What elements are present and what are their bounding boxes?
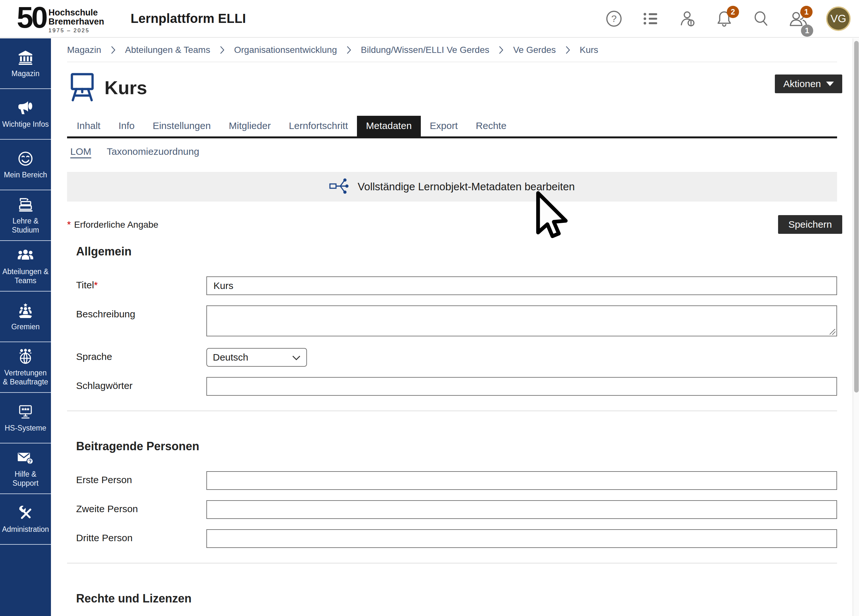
tab-export[interactable]: Export — [421, 116, 467, 136]
sidebar-item-hilfe-support[interactable]: ? Hilfe & Support — [0, 444, 51, 494]
page-title: Kurs — [105, 77, 147, 98]
breadcrumb-link[interactable]: Magazin — [67, 45, 101, 55]
tab-mitglieder[interactable]: Mitglieder — [220, 116, 280, 136]
field-label-titel: Titel* — [67, 277, 206, 295]
section-heading-beitragende: Beitragende Personen — [76, 439, 837, 453]
subtab-taxonomiezuordnung[interactable]: Taxonomiezuordnung — [107, 146, 199, 157]
books-icon — [17, 196, 34, 213]
tab-metadaten[interactable]: Metadaten — [357, 116, 421, 136]
erste-person-input[interactable] — [206, 471, 837, 490]
share-nodes-icon — [329, 178, 349, 196]
field-label-beschreibung: Beschreibung — [67, 305, 206, 338]
chevron-right-icon — [347, 46, 351, 54]
sidebar-item-magazin[interactable]: Magazin — [0, 38, 51, 89]
todo-list-button[interactable] — [642, 10, 659, 27]
person-alert-icon — [679, 10, 696, 27]
sidebar-item-label: HS-Systeme — [5, 424, 46, 433]
tab-bar: Inhalt Info Einstellungen Mitglieder Ler… — [67, 116, 837, 138]
university-logo: 50 Hochschule Bremerhaven 1975 – 2025 — [17, 3, 104, 34]
help-button[interactable]: ? — [606, 10, 622, 27]
section-divider — [67, 563, 837, 563]
dritte-person-input[interactable] — [206, 529, 837, 548]
breadcrumb-link[interactable]: Organisationsentwicklung — [234, 45, 337, 55]
notifications-button[interactable]: 2 — [716, 10, 732, 27]
edit-full-metadata-banner[interactable]: Vollständige Lernobjekt-Metadaten bearbe… — [67, 172, 837, 202]
tools-icon — [17, 505, 34, 522]
logo-years: 1975 – 2025 — [48, 27, 104, 34]
logo-text: Hochschule Bremerhaven 1975 – 2025 — [48, 8, 104, 34]
mail-help-icon: ? — [17, 450, 34, 466]
list-icon — [642, 10, 659, 27]
actions-button[interactable]: Aktionen — [775, 75, 842, 93]
scrollbar-thumb[interactable] — [854, 41, 859, 392]
sidebar-item-vertretungen-beauftragte[interactable]: Vertretungen & Beauftragte — [0, 342, 51, 393]
search-button[interactable] — [753, 10, 769, 27]
main-content: Magazin Abteilungen & Teams Organisation… — [51, 38, 853, 616]
actions-button-label: Aktionen — [783, 78, 821, 89]
form-row-erste-person: Erste Person — [67, 471, 837, 490]
svg-text:?: ? — [611, 13, 617, 24]
beschreibung-textarea[interactable] — [206, 305, 837, 336]
sidebar-item-hs-systeme[interactable]: HS-Systeme — [0, 393, 51, 444]
breadcrumb-link[interactable]: Bildung/Wissen/ELLI Ve Gerdes — [361, 45, 489, 55]
subtab-lom[interactable]: LOM — [70, 146, 91, 157]
form-toolbar: *Erforderliche Angabe Speichern — [67, 215, 837, 234]
globe-people-icon — [17, 348, 34, 365]
sidebar-item-label: Lehre & Studium — [1, 216, 50, 235]
titel-input[interactable] — [206, 277, 837, 295]
chevron-right-icon — [111, 46, 116, 54]
field-label-zweite-person: Zweite Person — [67, 500, 206, 519]
tab-inhalt[interactable]: Inhalt — [68, 116, 109, 136]
sidebar-item-label: Abteilungen & Teams — [1, 267, 50, 285]
svg-text:?: ? — [28, 459, 31, 464]
vertical-scrollbar[interactable] — [853, 38, 859, 616]
schlagwoerter-input[interactable] — [206, 377, 837, 396]
sidebar-item-mein-bereich[interactable]: Mein Bereich — [0, 140, 51, 190]
top-header: 50 Hochschule Bremerhaven 1975 – 2025 Le… — [0, 0, 859, 38]
breadcrumb-link[interactable]: Ve Gerdes — [513, 45, 556, 55]
tab-info[interactable]: Info — [109, 116, 144, 136]
sidebar-item-label: Mein Bereich — [4, 170, 47, 179]
sprache-select[interactable]: Deutsch — [206, 348, 307, 367]
sidebar-item-label: Wichtige Infos — [2, 120, 49, 129]
sidebar-item-label: Gremien — [11, 322, 40, 331]
sidebar-item-administration[interactable]: Administration — [0, 494, 51, 545]
form-row-sprache: Sprache Deutsch — [67, 348, 837, 367]
tab-lernfortschritt[interactable]: Lernfortschritt — [280, 116, 357, 136]
people-hand-icon — [17, 302, 34, 319]
section-heading-allgemein: Allgemein — [76, 245, 837, 258]
chevron-right-icon — [499, 46, 503, 54]
titel-label-text: Titel — [76, 280, 94, 290]
required-asterisk: * — [67, 219, 71, 230]
page-header: Kurs Aktionen — [67, 73, 837, 102]
required-hint-text: Erforderliche Angabe — [74, 220, 159, 230]
tab-einstellungen[interactable]: Einstellungen — [144, 116, 220, 136]
save-button[interactable]: Speichern — [778, 215, 842, 234]
awareness-button[interactable] — [679, 10, 696, 27]
section-divider — [67, 411, 837, 411]
logo-line1: Hochschule — [48, 8, 104, 17]
tab-rechte[interactable]: Rechte — [467, 116, 515, 136]
chevron-right-icon — [565, 46, 570, 54]
banner-label: Vollständige Lernobjekt-Metadaten bearbe… — [358, 181, 575, 193]
breadcrumb-current[interactable]: Kurs — [580, 45, 598, 55]
contacts-badge-bottom: 1 — [801, 25, 813, 37]
sidebar-item-abteilungen-teams[interactable]: Abteilungen & Teams — [0, 241, 51, 292]
sidebar-item-label: Magazin — [12, 69, 40, 78]
subtab-bar: LOM Taxonomiezuordnung — [67, 146, 837, 157]
app-title: Lernplattform ELLI — [131, 11, 246, 26]
sidebar-item-gremien[interactable]: Gremien — [0, 292, 51, 342]
avatar[interactable]: VG — [826, 6, 851, 31]
monitor-icon — [17, 403, 34, 420]
users-icon — [17, 247, 34, 264]
contacts-button[interactable]: 1 1 — [789, 10, 806, 27]
save-button-label: Speichern — [789, 219, 832, 230]
zweite-person-input[interactable] — [206, 500, 837, 519]
sidebar-item-label: Hilfe & Support — [1, 470, 50, 488]
search-icon — [753, 10, 769, 27]
breadcrumb-link[interactable]: Abteilungen & Teams — [125, 45, 210, 55]
sidebar-item-lehre-studium[interactable]: Lehre & Studium — [0, 190, 51, 241]
form-row-beschreibung: Beschreibung — [67, 305, 837, 338]
sidebar-item-wichtige-infos[interactable]: Wichtige Infos — [0, 89, 51, 140]
megaphone-icon — [17, 100, 34, 116]
